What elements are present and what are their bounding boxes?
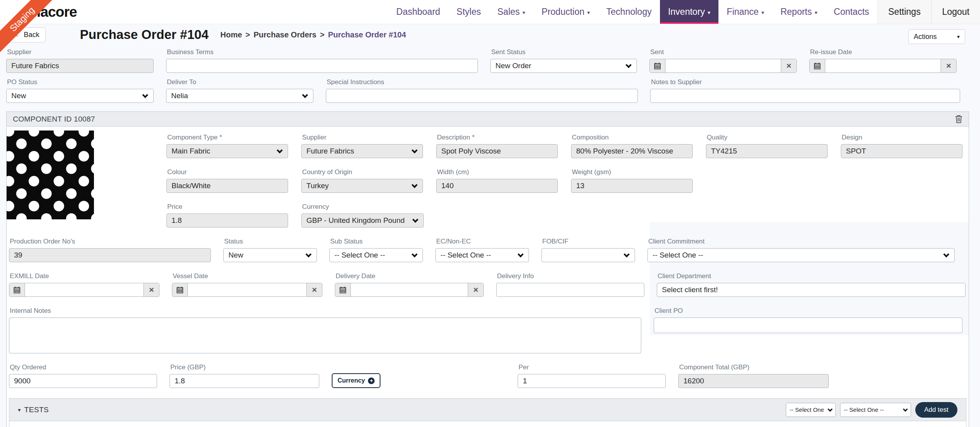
width-cm-input (436, 179, 558, 193)
nav-item-sales[interactable]: Sales▾ (489, 0, 534, 24)
nav-item-contacts[interactable]: Contacts (826, 0, 877, 24)
po-status-select[interactable]: New (6, 89, 154, 103)
add-test-button[interactable]: Add test (915, 402, 957, 418)
calendar-button[interactable] (9, 283, 25, 296)
delivery-date-group: ✕ (335, 283, 484, 297)
field-label: Sent Status (491, 48, 637, 56)
notes-to-supplier-input[interactable] (650, 89, 960, 103)
sent-date-group: ✕ (649, 59, 797, 73)
test-type-select[interactable]: -- Select One -- (786, 403, 836, 417)
qty-ordered-input[interactable] (9, 374, 157, 388)
tests-title-label: TESTS (24, 406, 49, 414)
exmill-date-input[interactable] (25, 283, 143, 296)
field-label: Qty Ordered (10, 363, 157, 371)
nav-item-reports[interactable]: Reports▾ (772, 0, 826, 24)
sub-status-select[interactable]: -- Select One -- (329, 248, 423, 262)
calendar-button[interactable] (650, 59, 665, 72)
ec-non-ec-select[interactable]: -- Select One -- (435, 248, 529, 262)
chevron-down-icon (828, 407, 833, 412)
sent-status-select[interactable]: New Order (490, 59, 637, 73)
delivery-date-input[interactable] (351, 283, 468, 296)
nav-item-technology[interactable]: Technology (598, 0, 660, 24)
component-row-1: Component Type * Main Fabric Supplier Fu… (166, 131, 969, 158)
internal-notes-textarea[interactable] (9, 318, 641, 353)
test-name-select[interactable]: -- Select One -- (840, 403, 911, 417)
chevron-down-icon: ▾ (815, 9, 817, 16)
per-input[interactable] (518, 374, 666, 388)
special-instructions-input[interactable] (326, 89, 638, 103)
x-icon: ✕ (946, 62, 951, 70)
field-delivery-info: Delivery Info (496, 270, 644, 297)
tests-section-toggle[interactable]: ▾ TESTS (18, 406, 49, 414)
calendar-button[interactable] (810, 59, 825, 72)
calendar-button[interactable] (172, 283, 188, 296)
delete-component-button[interactable] (955, 115, 962, 123)
field-label: Status (224, 238, 317, 245)
nav-item-logout[interactable]: Logout (931, 0, 980, 24)
main-nav: Dashboard Styles Sales▾ Production▾ Tech… (388, 0, 877, 24)
delivery-info-input[interactable] (496, 283, 644, 297)
business-terms-input[interactable] (166, 59, 478, 73)
field-label: Per (518, 363, 666, 371)
component-row-4: Production Order No's Status New Sub Sta… (7, 235, 969, 262)
actions-button[interactable]: Actions ▾ (908, 29, 965, 44)
page-title: Purchase Order #104 (80, 27, 209, 42)
client-po-input[interactable] (654, 318, 962, 333)
field-label: Width (cm) (437, 168, 558, 176)
field-business-terms: Business Terms (166, 46, 478, 73)
title-bar: ← Back Purchase Order #104 Home > Purcha… (0, 24, 980, 45)
clear-date-button[interactable]: ✕ (781, 59, 796, 72)
fob-cif-select[interactable] (541, 248, 635, 262)
field-po-status: PO Status New (6, 76, 154, 103)
status-select[interactable]: New (223, 248, 317, 262)
field-label: Vessel Date (173, 272, 322, 280)
nav-item-finance[interactable]: Finance▾ (718, 0, 772, 24)
actions-label: Actions (914, 33, 937, 41)
field-client-commitment: Client Commitment -- Select One -- (647, 235, 955, 262)
nav-item-styles[interactable]: Styles (448, 0, 489, 24)
clear-date-button[interactable]: ✕ (143, 283, 159, 296)
price-gbp-input[interactable] (170, 374, 319, 388)
nav-label: Settings (888, 7, 921, 17)
sent-date-input[interactable] (665, 59, 781, 72)
clear-date-button[interactable]: ✕ (468, 283, 483, 296)
nav-item-production[interactable]: Production▾ (533, 0, 598, 24)
nav-item-inventory[interactable]: Inventory▾ (660, 0, 719, 24)
field-label: Deliver To (167, 78, 313, 86)
deliver-to-select[interactable]: Nelia (166, 89, 313, 103)
field-label: Supplier (302, 134, 423, 141)
chevron-down-icon (412, 217, 419, 223)
selected-value: New Order (495, 62, 531, 70)
calendar-button[interactable] (335, 283, 351, 296)
nav-label: Finance (727, 7, 759, 17)
reissue-date-input[interactable] (825, 59, 941, 72)
nav-label: Reports (780, 7, 812, 17)
component-row-7: Qty Ordered Price (GBP) Currency + Per C… (7, 361, 969, 388)
calendar-icon (177, 287, 183, 293)
selected-value: Main Fabric (172, 147, 210, 155)
vessel-date-input[interactable] (188, 283, 306, 296)
nav-item-settings[interactable]: Settings (877, 0, 931, 24)
field-qty-ordered: Qty Ordered (9, 361, 157, 388)
field-quality: Quality (706, 131, 828, 158)
client-department-input[interactable] (657, 283, 966, 297)
field-per: Per (518, 361, 666, 388)
currency-button[interactable]: Currency + (332, 373, 380, 388)
client-commitment-select[interactable]: -- Select One -- (647, 248, 955, 262)
system-nav: Settings Logout (877, 0, 980, 24)
clear-date-button[interactable]: ✕ (306, 283, 322, 296)
exmill-date-group: ✕ (9, 283, 159, 297)
nav-item-dashboard[interactable]: Dashboard (388, 0, 449, 24)
collapse-arrow-icon: ▾ (18, 407, 21, 413)
field-currency: Currency GBP - United Kingdom Pound (301, 201, 424, 228)
nav-label: Contacts (834, 7, 869, 17)
field-label: Description * (437, 134, 558, 141)
chevron-down-icon (943, 251, 950, 258)
trash-icon (955, 115, 962, 123)
clear-date-button[interactable]: ✕ (941, 59, 956, 72)
crumb-purchase-orders[interactable]: Purchase Orders (254, 30, 317, 39)
selected-value: GBP - United Kingdom Pound (306, 216, 405, 225)
tests-section: ▾ TESTS -- Select One -- -- Select One -… (9, 398, 966, 427)
nav-label: Technology (606, 7, 651, 17)
crumb-home[interactable]: Home (220, 30, 242, 39)
